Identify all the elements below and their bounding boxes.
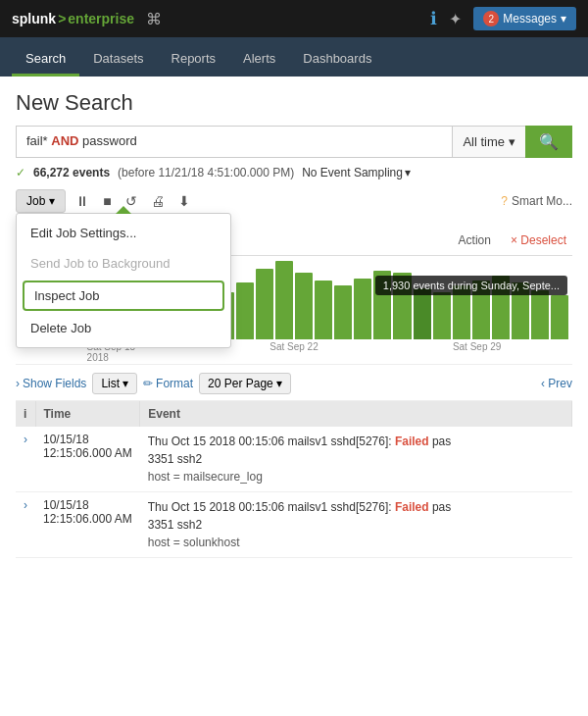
- time-line1: 10/15/18: [43, 498, 132, 512]
- chart-tooltip: 1,930 events during Sunday, Septe...: [375, 276, 567, 295]
- page-title: New Search: [16, 90, 572, 116]
- query-part2: password: [82, 133, 137, 148]
- results-table: i Time Event › 10/15/18 12:15:06.000 AM …: [16, 401, 572, 558]
- splunk-text: splunk: [12, 11, 56, 26]
- action-button[interactable]: Action: [453, 231, 497, 249]
- table-header-row: i Time Event: [16, 401, 572, 427]
- job-dropdown-container: Job ▾ Edit Job Settings... Send Job to B…: [16, 189, 66, 213]
- nav-reports[interactable]: Reports: [158, 41, 230, 77]
- chart-bar[interactable]: [315, 281, 332, 339]
- job-arrow-icon: ▾: [49, 194, 55, 208]
- per-page-arrow-icon: ▾: [276, 377, 282, 390]
- edit-job-settings-item[interactable]: Edit Job Settings...: [17, 218, 230, 248]
- event-detail: (before 11/21/18 4:51:00.000 PM): [118, 166, 294, 179]
- job-button[interactable]: Job ▾: [16, 189, 66, 213]
- chart-bar[interactable]: [551, 295, 568, 339]
- chart-bar[interactable]: [236, 282, 254, 339]
- chart-bar[interactable]: [275, 261, 293, 339]
- host-line: host = solunkhost: [148, 534, 564, 551]
- list-arrow-icon: ▾: [122, 377, 128, 390]
- info-icon[interactable]: ℹ: [430, 8, 437, 29]
- event-line1: Thu Oct 15 2018 00:15:06 mailsv1 sshd[52…: [148, 498, 564, 516]
- search-button[interactable]: 🔍: [525, 126, 572, 158]
- expand-cell[interactable]: ›: [16, 492, 35, 558]
- navbar: Search Datasets Reports Alerts Dashboard…: [0, 37, 588, 77]
- table-body: › 10/15/18 12:15:06.000 AM Thu Oct 15 20…: [16, 427, 572, 558]
- status-check-icon: ✓: [16, 166, 25, 179]
- chart-bar[interactable]: [256, 269, 273, 339]
- messages-badge: 2: [483, 11, 499, 26]
- activity-icon[interactable]: ✦: [449, 10, 462, 28]
- format-pencil-icon: ✏: [143, 377, 153, 390]
- no-sampling-btn[interactable]: No Event Sampling ▾: [302, 166, 411, 179]
- splunk-logo: splunk > enterprise: [12, 11, 134, 26]
- event-line2: 3351 ssh2: [148, 450, 564, 468]
- stop-button[interactable]: ■: [99, 189, 115, 213]
- event-line1: Thu Oct 15 2018 00:15:06 mailsv1 sshd[52…: [148, 433, 564, 450]
- col-time: Time: [35, 401, 140, 427]
- pause-icon: ⏸: [75, 193, 89, 209]
- expand-cell[interactable]: ›: [16, 427, 35, 492]
- chart-bar[interactable]: [334, 285, 352, 339]
- job-dropdown-menu: Edit Job Settings... Send Job to Backgro…: [16, 213, 231, 348]
- dropdown-arrow: [116, 206, 131, 214]
- download-icon: ⬇: [178, 193, 190, 209]
- toolbar-row: Job ▾ Edit Job Settings... Send Job to B…: [16, 185, 572, 217]
- chart-bar[interactable]: [433, 292, 451, 339]
- smart-mode-btn[interactable]: ? Smart Mo...: [501, 194, 572, 208]
- format-button[interactable]: ✏ Format: [143, 377, 193, 390]
- table-row: › 10/15/18 12:15:06.000 AM Thu Oct 15 20…: [16, 492, 572, 558]
- prev-button[interactable]: ‹ Prev: [541, 377, 572, 390]
- main-content: New Search fail* AND password All time ▾…: [0, 77, 588, 716]
- time-picker[interactable]: All time ▾: [452, 126, 525, 158]
- search-input-display[interactable]: fail* AND password: [16, 126, 452, 158]
- x-label-2: Sat Sep 22: [270, 341, 318, 363]
- chart-bar[interactable]: [354, 279, 371, 339]
- list-button[interactable]: List ▾: [92, 373, 137, 394]
- inspect-job-item[interactable]: Inspect Job: [23, 281, 224, 311]
- show-fields-button[interactable]: › Show Fields: [16, 377, 86, 390]
- time-line1: 10/15/18: [43, 433, 132, 446]
- table-row: › 10/15/18 12:15:06.000 AM Thu Oct 15 20…: [16, 427, 572, 492]
- col-event: Event: [140, 401, 572, 427]
- messages-button[interactable]: 2 Messages ▾: [473, 7, 576, 30]
- tab-actions: Action × Deselect: [453, 231, 572, 249]
- splunk-arrow: >: [58, 11, 66, 26]
- search-icon: 🔍: [539, 133, 559, 150]
- x-label-3: Sat Sep 29: [453, 341, 501, 363]
- event-count: 66,272 events: [33, 166, 110, 179]
- print-icon: 🖨: [151, 193, 165, 209]
- stop-icon: ■: [103, 193, 111, 209]
- deselect-button[interactable]: × Deselect: [505, 231, 572, 249]
- chart-bar[interactable]: [295, 273, 313, 339]
- time-cell: 10/15/18 12:15:06.000 AM: [35, 492, 140, 558]
- time-line2: 12:15:06.000 AM: [43, 512, 132, 526]
- time-cell: 10/15/18 12:15:06.000 AM: [35, 427, 140, 492]
- host-line: host = mailsecure_log: [148, 468, 564, 486]
- time-line2: 12:15:06.000 AM: [43, 446, 132, 460]
- splunk-enterprise: enterprise: [68, 11, 134, 26]
- col-i: i: [16, 401, 35, 427]
- chart-bar[interactable]: [414, 288, 431, 339]
- topbar: splunk > enterprise ⌘ ℹ ✦ 2 Messages ▾: [0, 0, 588, 37]
- smart-mode-question-icon: ?: [501, 194, 508, 208]
- nav-search[interactable]: Search: [12, 41, 79, 77]
- pause-button[interactable]: ⏸: [72, 189, 93, 213]
- query-part1: fail*: [26, 133, 48, 148]
- delete-job-item[interactable]: Delete Job: [17, 313, 230, 343]
- query-and: AND: [51, 133, 82, 148]
- print-button[interactable]: 🖨: [147, 189, 169, 213]
- chart-bar[interactable]: [531, 290, 549, 339]
- show-fields-icon: ›: [16, 377, 20, 390]
- nav-alerts[interactable]: Alerts: [229, 41, 289, 77]
- download-button[interactable]: ⬇: [174, 189, 194, 213]
- event-cell: Thu Oct 15 2018 00:15:06 mailsv1 sshd[52…: [140, 492, 572, 558]
- command-icon[interactable]: ⌘: [146, 10, 162, 28]
- event-cell: Thu Oct 15 2018 00:15:06 mailsv1 sshd[52…: [140, 427, 572, 492]
- nav-dashboards[interactable]: Dashboards: [289, 41, 385, 77]
- send-job-background-item: Send Job to Background: [17, 248, 230, 279]
- nav-datasets[interactable]: Datasets: [79, 41, 157, 77]
- per-page-button[interactable]: 20 Per Page ▾: [199, 373, 291, 394]
- search-bar: fail* AND password All time ▾ 🔍: [16, 126, 572, 158]
- status-row: ✓ 66,272 events (before 11/21/18 4:51:00…: [16, 166, 572, 179]
